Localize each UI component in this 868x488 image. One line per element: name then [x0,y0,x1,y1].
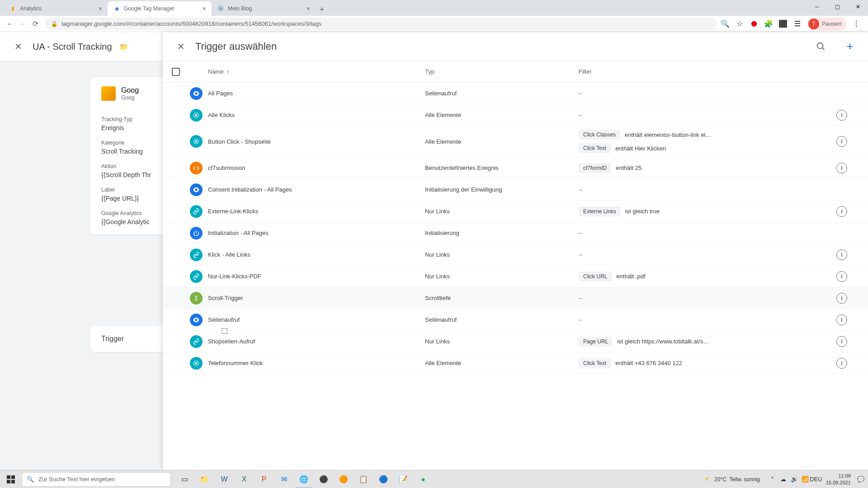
info-button[interactable]: i [836,271,847,282]
info-button[interactable]: i [836,206,847,217]
zoom-icon[interactable]: 🔍 [721,19,730,28]
no-filter: -- [579,230,583,236]
info-button[interactable]: i [836,163,847,174]
wifi-icon[interactable]: 📶 [800,470,811,488]
trigger-name: Klick - Alle Links [208,251,425,258]
browser-tab-blog[interactable]: Ⓦ Mein Blog × [212,1,316,16]
trigger-row[interactable]: Consent Initialization - All Pages Initi… [163,179,868,201]
powerpoint-icon[interactable]: P [254,470,274,488]
search-button[interactable] [812,38,830,56]
extension-icon[interactable]: ⬛ [778,19,788,28]
info-button[interactable]: i [836,314,847,325]
info-button[interactable]: i [836,293,847,304]
extension-abp-icon[interactable]: ⬣ [750,19,759,28]
app-icon[interactable]: 📋 [354,470,373,488]
scroll-trigger-icon [190,292,203,305]
trigger-name: Consent Initialization - All Pages [208,186,425,193]
trigger-row[interactable]: Externe-Link-Klicks Nur Links Externe Li… [163,201,868,222]
trigger-filter: -- [579,112,836,118]
trigger-row[interactable]: Nur-Link-Klicks-PDF Nur Links Click URLe… [163,266,868,287]
mail-icon[interactable]: ✉ [274,470,294,488]
info-button[interactable]: i [836,110,847,121]
notepad-icon[interactable]: 📝 [393,470,413,488]
info-button[interactable]: i [836,336,847,347]
column-name-header[interactable]: Name ↑ [208,68,425,75]
spotify-icon[interactable]: ● [413,470,433,488]
info-button[interactable]: i [836,249,847,260]
window-maximize-button[interactable]: ▢ [827,0,848,14]
search-icon [816,42,826,52]
trigger-row[interactable]: Initialization - All Pages Initialisieru… [163,222,868,244]
file-explorer-icon[interactable]: 📁 [194,470,214,488]
taskbar-clock[interactable]: 11:08 15.09.2021 [821,473,855,486]
task-view-icon[interactable]: ▭ [175,470,194,488]
filter-text: enthält Hier Klicken [615,145,666,152]
tab-close-icon[interactable]: × [307,5,310,12]
trigger-type: Seitenaufruf [425,90,579,97]
trigger-row[interactable]: Shopseiten-Aufruf Nur Links Page URList … [163,331,868,352]
tab-close-icon[interactable]: × [99,5,102,12]
close-editor-button[interactable]: ✕ [9,38,27,56]
folder-icon[interactable]: 📁 [119,42,128,51]
select-all-checkbox[interactable] [172,68,180,76]
app-icon[interactable]: 🟠 [334,470,354,488]
weather-widget[interactable]: ⛅ 20°C Teilw. sonnig [705,476,760,483]
address-bar[interactable]: 🔒 tagmanager.google.com/#/container/acco… [45,18,717,30]
power-trigger-icon [190,227,203,239]
column-filter-header[interactable]: Filter [579,68,836,75]
volume-icon[interactable]: 🔊 [789,470,800,488]
trigger-type: Nur Links [425,273,579,280]
tab-title: Mein Blog [228,5,252,12]
trigger-row[interactable]: Alle Klicks Alle Elemente -- i [163,104,868,126]
trigger-row[interactable]: cf7submission Benutzerdefiniertes Ereign… [163,157,868,179]
edge-icon[interactable]: 🔵 [373,470,393,488]
trigger-row[interactable]: Button Click - Shopseite Alle Elemente C… [163,126,868,157]
trigger-row[interactable]: Scroll-Trigger Scrolltiefe -- i [163,287,868,309]
column-type-header[interactable]: Typ [425,68,579,75]
info-button[interactable]: i [836,358,847,369]
trigger-row[interactable]: Telefonnummer-Klick Alle Elemente Click … [163,352,868,374]
excel-icon[interactable]: X [234,470,254,488]
onedrive-icon[interactable]: ☁ [778,470,789,488]
info-button[interactable]: i [836,136,847,147]
obs-icon[interactable]: ⚫ [314,470,334,488]
reload-button[interactable]: ⟳ [29,18,42,30]
taskbar-search[interactable]: 🔍 Zur Suche Text hier eingeben [22,472,171,487]
no-filter: -- [579,186,583,193]
language-indicator[interactable]: DEU [811,470,821,488]
tray-chevron-icon[interactable]: ⌃ [767,470,778,488]
tab-close-icon[interactable]: × [203,5,206,12]
back-button[interactable]: ← [4,18,16,30]
browser-tab-gtm[interactable]: ◆ Google Tag Manager × [108,1,212,16]
trigger-row[interactable]: All Pages Seitenaufruf -- [163,83,868,104]
filter-text: ist gleich https://www.tobitalk.at/s… [617,338,709,345]
forward-button[interactable]: → [16,18,29,30]
profile-button[interactable]: T Pausiert [807,18,846,30]
new-tab-button[interactable]: + [316,3,328,16]
browser-menu-icon[interactable]: ⋮ [852,19,861,28]
word-icon[interactable]: W [214,470,234,488]
reading-list-icon[interactable]: ☰ [793,19,802,28]
weather-text: Teilw. sonnig [729,476,760,483]
browser-tab-strip: ▮ Analytics × ◆ Google Tag Manager × Ⓦ M… [0,0,868,16]
bookmark-star-icon[interactable]: ☆ [735,19,744,28]
window-close-button[interactable]: ✕ [848,0,868,14]
trigger-row[interactable]: Klick - Alle Links Nur Links -- i [163,244,868,266]
filter-text: enthält .pdf [616,273,645,280]
browser-tab-analytics[interactable]: ▮ Analytics × [4,1,108,16]
svg-point-2 [195,114,198,116]
chrome-icon[interactable]: 🌐 [294,470,314,488]
click-trigger-icon [190,357,203,370]
extensions-icon[interactable]: 🧩 [764,19,773,28]
close-trigger-panel-button[interactable]: ✕ [172,38,190,56]
trigger-row[interactable]: Seitenaufruf Seitenaufruf -- i [163,309,868,331]
tag-title[interactable]: UA - Scroll Tracking [33,42,112,52]
click-trigger-icon [190,135,203,148]
add-trigger-button[interactable]: + [841,38,859,56]
window-minimize-button[interactable]: ─ [807,0,827,14]
start-button[interactable] [0,470,22,488]
no-filter: -- [579,295,583,301]
notifications-icon[interactable]: 💬 [855,470,866,488]
no-filter: -- [579,90,583,97]
browser-toolbar: ← → ⟳ 🔒 tagmanager.google.com/#/containe… [0,16,868,32]
